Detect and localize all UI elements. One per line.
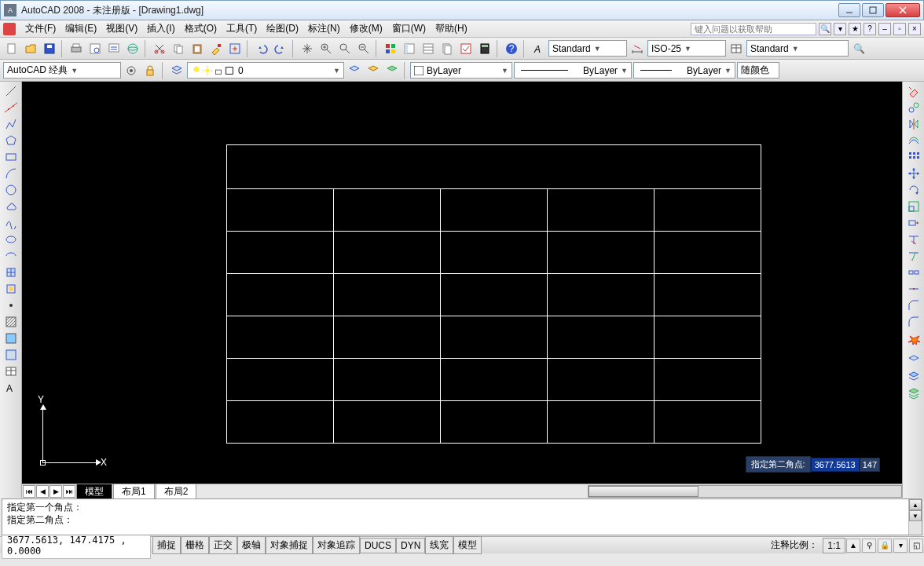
workspace-settings-icon[interactable] <box>123 62 140 79</box>
properties-icon[interactable] <box>382 40 399 57</box>
3ddwf-icon[interactable] <box>124 40 141 57</box>
horizontal-scrollbar[interactable] <box>588 485 902 498</box>
status-tray-icon[interactable]: ▾ <box>893 539 908 553</box>
makeblock-icon[interactable] <box>2 281 20 297</box>
publish-icon[interactable] <box>105 40 123 57</box>
command-scrollbar[interactable]: ▲▼ <box>908 499 922 535</box>
array-icon[interactable] <box>905 149 922 165</box>
layer-tool2-icon[interactable] <box>905 369 922 385</box>
menu-format[interactable]: 格式(O) <box>180 20 222 37</box>
explode-icon[interactable] <box>905 330 922 346</box>
toggle-ducs[interactable]: DUCS <box>360 538 396 553</box>
toggle-model[interactable]: 模型 <box>453 536 482 554</box>
layer-dropdown[interactable]: 0 ▼ <box>187 62 344 79</box>
workspace-dropdown[interactable]: AutoCAD 经典▼ <box>3 62 121 79</box>
tab-layout1[interactable]: 布局1 <box>113 484 155 499</box>
redo-icon[interactable] <box>272 40 289 57</box>
toggle-otrack[interactable]: 对象追踪 <box>313 536 360 554</box>
toggle-snap[interactable]: 捕捉 <box>152 536 181 554</box>
designcenter-icon[interactable] <box>401 40 418 57</box>
tab-next-icon[interactable]: ▶ <box>50 485 62 498</box>
textstyle-icon[interactable]: A <box>530 40 547 57</box>
matchprop-icon[interactable] <box>207 40 225 57</box>
search-tb-icon[interactable]: 🔍 <box>850 40 867 57</box>
offset-icon[interactable] <box>905 133 922 148</box>
menu-file[interactable]: 文件(F) <box>20 20 60 37</box>
new-icon[interactable] <box>3 40 20 57</box>
save-icon[interactable] <box>41 40 58 57</box>
toggle-lwt[interactable]: 线宽 <box>425 536 453 554</box>
doc-minimize-button[interactable]: – <box>878 23 891 35</box>
app-menu-icon[interactable] <box>3 23 16 35</box>
chevron-down-icon[interactable]: ▾ <box>834 23 846 35</box>
tab-first-icon[interactable]: ⏮ <box>23 485 35 498</box>
drawing-canvas[interactable]: Y X 指定第二角点: 3677.5613 147 <box>22 82 902 484</box>
cut-icon[interactable] <box>151 40 168 57</box>
linetype-dropdown[interactable]: ByLayer▼ <box>514 62 632 79</box>
lock-ui-icon[interactable]: 🔒 <box>878 539 892 553</box>
dynamic-input-value[interactable]: 3677.5613 <box>811 458 860 472</box>
coordinates-display[interactable]: 3677.5613, 147.4175 , 0.0000 <box>2 532 151 559</box>
polyline-icon[interactable] <box>2 116 20 132</box>
move-icon[interactable] <box>905 166 922 181</box>
revcloud-icon[interactable] <box>2 199 20 214</box>
fillet-icon[interactable] <box>905 314 922 330</box>
lineweight-dropdown[interactable]: ByLayer▼ <box>633 62 735 79</box>
extend-icon[interactable] <box>905 248 922 264</box>
clean-screen-icon[interactable]: ◱ <box>909 539 923 553</box>
menu-view[interactable]: 视图(V) <box>101 20 142 37</box>
copy-icon[interactable] <box>170 40 187 57</box>
toggle-osnap[interactable]: 对象捕捉 <box>266 536 313 554</box>
help-search-input[interactable] <box>691 23 816 35</box>
ellipsearc-icon[interactable] <box>2 248 20 264</box>
minimize-button[interactable] <box>838 3 860 17</box>
search-icon[interactable]: 🔍 <box>819 23 831 35</box>
dynamic-input-value2[interactable]: 147 <box>860 458 880 472</box>
dimstyle-icon[interactable] <box>629 40 646 57</box>
tablestyle-dropdown[interactable]: Standard▼ <box>746 40 849 57</box>
join-icon[interactable] <box>905 281 922 297</box>
block-editor-icon[interactable] <box>226 40 244 57</box>
doc-close-button[interactable]: × <box>908 23 921 35</box>
zoom-realtime-icon[interactable] <box>317 40 335 57</box>
copy-obj-icon[interactable] <box>905 100 922 115</box>
tab-prev-icon[interactable]: ◀ <box>36 485 49 498</box>
zoom-previous-icon[interactable] <box>355 40 372 57</box>
plotstyle-dropdown[interactable]: 随颜色 <box>737 62 779 79</box>
gradient-icon[interactable] <box>2 330 20 346</box>
anno-autoscale-icon[interactable]: ⚲ <box>862 539 876 553</box>
close-button[interactable] <box>886 3 920 17</box>
open-icon[interactable] <box>22 40 39 57</box>
mtext-icon[interactable]: A <box>2 380 20 396</box>
layer-manager-icon[interactable] <box>168 62 185 79</box>
layer-states-icon[interactable] <box>365 62 382 79</box>
circle-icon[interactable] <box>2 182 20 198</box>
insertblock-icon[interactable] <box>2 265 20 280</box>
ellipse-icon[interactable] <box>2 232 20 247</box>
table-icon[interactable] <box>2 363 20 379</box>
info-icon[interactable]: ? <box>864 23 876 35</box>
menu-help[interactable]: 帮助(H) <box>431 20 472 37</box>
chamfer-icon[interactable] <box>905 298 922 313</box>
anno-visibility-icon[interactable]: ▲ <box>846 539 860 553</box>
tab-model[interactable]: 模型 <box>76 484 112 499</box>
quickcalc-icon[interactable] <box>476 40 493 57</box>
dimstyle-dropdown[interactable]: ISO-25▼ <box>647 40 726 57</box>
help-icon[interactable]: ? <box>503 40 520 57</box>
menu-tools[interactable]: 工具(T) <box>222 20 262 37</box>
xline-icon[interactable] <box>2 100 20 115</box>
layer-iso-icon[interactable] <box>383 62 401 79</box>
anno-scale-value[interactable]: 1:1 <box>823 538 845 553</box>
star-icon[interactable]: ★ <box>849 23 861 35</box>
maximize-button[interactable] <box>862 3 884 17</box>
command-line[interactable]: 指定第一个角点： 指定第二角点： ▲▼ <box>2 498 922 535</box>
hatch-icon[interactable] <box>2 314 20 330</box>
pan-icon[interactable] <box>299 40 316 57</box>
tab-last-icon[interactable]: ⏭ <box>63 485 75 498</box>
workspace-lock-icon[interactable] <box>141 62 159 79</box>
menu-draw[interactable]: 绘图(D) <box>262 20 303 37</box>
spline-icon[interactable] <box>2 215 20 231</box>
toggle-dyn[interactable]: DYN <box>396 538 425 553</box>
point-icon[interactable] <box>2 298 20 313</box>
doc-restore-button[interactable]: ▫ <box>893 23 906 35</box>
